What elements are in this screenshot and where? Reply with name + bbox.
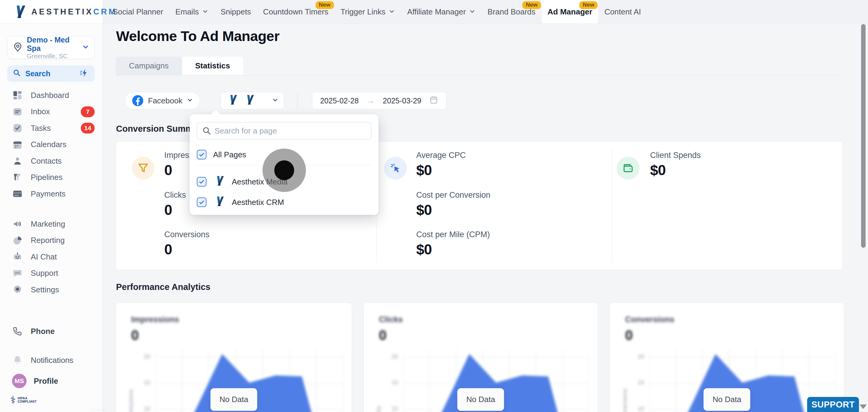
page-title: Welcome To Ad Manager — [116, 28, 279, 44]
sidebar-item-label: Inbox — [31, 107, 50, 116]
profile-label: Profile — [34, 376, 58, 386]
chart-title: Conversions — [625, 315, 675, 324]
page-search-input[interactable] — [197, 122, 371, 139]
avatar[interactable]: MS — [12, 374, 27, 388]
y-tick: 15 — [629, 379, 644, 386]
y-axis-label: No. of Impressions — [127, 389, 134, 412]
sidebar-item-label: Reporting — [31, 236, 65, 245]
sidebar-item-calendars[interactable]: Calendars — [0, 136, 102, 153]
chart-title: Impressions — [131, 315, 179, 324]
location-name: Demo - Med Spa — [27, 36, 78, 53]
sidebar-item-payments[interactable]: Payments — [0, 186, 102, 202]
metric-cost-per-conversion: Cost per Conversion$0 — [416, 190, 490, 218]
chart-title: Clicks — [379, 315, 403, 324]
date-range-picker[interactable]: 2025-02-28 → 2025-03-29 — [312, 92, 446, 109]
nav-item-affiliate-manager[interactable]: Affiliate Manager — [401, 0, 482, 24]
checkbox-checked-icon[interactable] — [197, 177, 207, 187]
tab-statistics[interactable]: Statistics — [182, 57, 244, 75]
sidebar-item-notifications[interactable]: Notifications — [0, 352, 102, 369]
no-data-badge: No Data — [457, 388, 504, 411]
sidebar-notifications-row: Notifications — [0, 352, 102, 369]
nav-item-brand-boards[interactable]: NewBrand Boards — [482, 0, 541, 24]
nav-item-label: Snippets — [221, 7, 251, 17]
nav-item-countdown-timers[interactable]: NewCountdown Timers — [257, 0, 335, 24]
page-option-label: Aesthetix CRM — [232, 198, 284, 207]
sidebar-menu-primary: DashboardInbox7Tasks14CalendarsContactsP… — [0, 87, 102, 202]
nav-item-ad-manager[interactable]: NewAd Manager — [541, 0, 598, 24]
sidebar-search[interactable]: Search — [7, 65, 95, 82]
chart-value: 0 — [131, 327, 139, 343]
sidebar-item-label: Settings — [31, 285, 59, 294]
metric-value: $0 — [416, 202, 490, 218]
page-tabs: CampaignsStatistics — [116, 57, 843, 75]
sidebar-item-tasks[interactable]: Tasks14 — [0, 120, 102, 136]
page-option-aesthetix-crm[interactable]: Aesthetix CRM — [197, 193, 371, 211]
sidebar-item-pipelines[interactable]: Pipelines — [0, 169, 102, 186]
page-option-all-pages[interactable]: All Pages — [197, 146, 371, 163]
sidebar-item-label: Notifications — [31, 356, 73, 365]
quick-actions-bolt-icon — [80, 68, 89, 79]
sidebar: Demo - Med Spa Greenville, SC Search Das… — [0, 24, 103, 412]
inbox-icon — [12, 106, 23, 117]
bell-icon — [12, 355, 23, 366]
nav-item-social-planner[interactable]: Social Planner — [107, 0, 169, 24]
chevron-down-icon — [272, 96, 278, 105]
checkbox-checked-icon[interactable] — [197, 197, 207, 207]
page-option-aesthetix-media[interactable]: Aesthetix Media — [197, 173, 371, 190]
nav-item-label: Affiliate Manager — [407, 7, 466, 17]
nav-item-snippets[interactable]: Snippets — [215, 0, 257, 24]
no-data-badge: No Data — [210, 388, 257, 411]
sidebar-item-ai-chat[interactable]: AI Chat — [0, 249, 102, 265]
corner-triangle-icon — [860, 405, 867, 409]
no-data-badge: No Data — [704, 388, 750, 411]
sidebar-item-label: Dashboard — [31, 91, 69, 100]
nav-item-label: Content AI — [604, 7, 641, 17]
sidebar-item-label: AI Chat — [31, 252, 57, 262]
support-button[interactable]: SUPPORT — [807, 397, 859, 412]
y-tick: 10 — [383, 405, 398, 412]
wallet-icon — [617, 157, 640, 180]
search-icon — [202, 126, 211, 136]
count-badge: 7 — [81, 106, 95, 117]
sidebar-item-dashboard[interactable]: Dashboard — [0, 87, 102, 104]
y-tick: 20 — [383, 353, 398, 360]
sidebar-item-label: Pipelines — [31, 173, 63, 182]
hipaa-compliant-badge: ⚕ HIPAA COMPLIANT — [10, 395, 36, 405]
nav-item-content-ai[interactable]: Content AI — [598, 0, 647, 24]
marketing-icon — [12, 219, 23, 229]
performance-analytics-heading: Performance Analytics — [116, 282, 210, 292]
nav-item-trigger-links[interactable]: Trigger Links — [335, 0, 401, 24]
date-end[interactable]: 2025-03-29 — [383, 96, 421, 105]
chevron-down-icon — [82, 43, 90, 52]
brand-logo[interactable]: AESTHETIXCRM — [0, 0, 102, 24]
sidebar-item-marketing[interactable]: Marketing — [0, 216, 102, 232]
page-select-dropdown: All PagesAesthetix MediaAesthetix CRM — [190, 114, 378, 215]
nav-item-label: Emails — [176, 7, 199, 17]
sidebar-item-support[interactable]: Support — [0, 265, 102, 282]
metric-label: Cost per Mile (CPM) — [416, 230, 490, 239]
page-select[interactable] — [221, 92, 284, 109]
vertical-scrollbar[interactable] — [861, 24, 866, 248]
tab-campaigns[interactable]: Campaigns — [116, 57, 182, 75]
sidebar-phone-row: Phone — [0, 323, 102, 340]
sidebar-item-reporting[interactable]: Reporting — [0, 232, 102, 249]
metric-client-spends: Client Spends$0 — [650, 151, 701, 179]
nav-item-emails[interactable]: Emails — [169, 0, 215, 24]
pipelines-icon — [12, 172, 23, 183]
metric-label: Conversions — [164, 230, 210, 239]
sidebar-item-settings[interactable]: Settings — [0, 282, 102, 298]
date-start[interactable]: 2025-02-28 — [320, 96, 359, 105]
location-switcher[interactable]: Demo - Med Spa Greenville, SC — [7, 36, 95, 59]
chevron-down-icon — [469, 7, 475, 17]
aesthetix-crm-logo — [243, 94, 255, 108]
metric-conversions: Conversions0 — [164, 230, 210, 258]
metric-label: Average CPC — [416, 151, 466, 160]
sidebar-item-inbox[interactable]: Inbox7 — [0, 104, 102, 120]
sidebar-item-phone[interactable]: Phone — [0, 323, 102, 340]
checkbox-checked-icon[interactable] — [197, 150, 207, 159]
platform-select[interactable]: Facebook — [125, 92, 200, 109]
cursor-click-icon — [384, 157, 407, 180]
sidebar-item-profile[interactable]: MS Profile — [12, 374, 58, 388]
sidebar-item-contacts[interactable]: Contacts — [0, 153, 102, 169]
y-tick: 15 — [135, 379, 150, 386]
